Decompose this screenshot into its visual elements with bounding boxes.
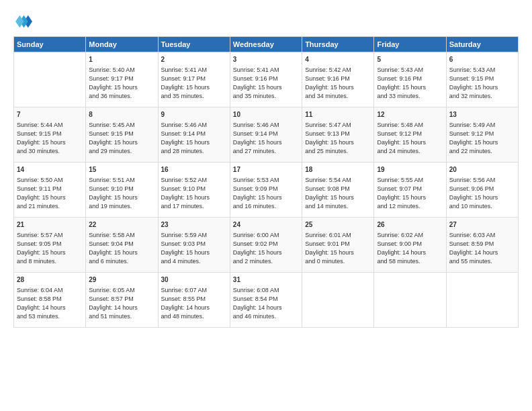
calendar-header-row: SundayMondayTuesdayWednesdayThursdayFrid… [14,37,519,52]
day-number: 4 [305,55,371,64]
day-info: Sunrise: 6:05 AM Sunset: 8:57 PM Dayligh… [89,286,154,321]
day-info: Sunrise: 6:03 AM Sunset: 8:59 PM Dayligh… [449,231,515,266]
week-row-3: 14Sunrise: 5:50 AM Sunset: 9:11 PM Dayli… [14,163,519,218]
day-number: 11 [305,110,371,120]
col-header-sunday: Sunday [14,37,86,52]
day-info: Sunrise: 5:41 AM Sunset: 9:16 PM Dayligh… [233,66,299,101]
calendar-cell: 17Sunrise: 5:53 AM Sunset: 9:09 PM Dayli… [230,163,302,218]
day-number: 19 [377,165,443,175]
day-info: Sunrise: 5:50 AM Sunset: 9:11 PM Dayligh… [17,176,83,211]
day-info: Sunrise: 5:44 AM Sunset: 9:15 PM Dayligh… [17,121,83,156]
day-number: 3 [233,55,299,64]
day-info: Sunrise: 5:57 AM Sunset: 9:05 PM Dayligh… [17,231,83,266]
calendar-cell: 20Sunrise: 5:56 AM Sunset: 9:06 PM Dayli… [446,163,518,218]
calendar-cell: 3Sunrise: 5:41 AM Sunset: 9:16 PM Daylig… [230,52,302,107]
calendar-cell: 9Sunrise: 5:46 AM Sunset: 9:14 PM Daylig… [158,107,230,163]
calendar-cell: 23Sunrise: 5:59 AM Sunset: 9:03 PM Dayli… [158,218,230,273]
day-number: 17 [233,165,299,175]
day-number: 12 [377,110,443,120]
day-number: 23 [161,220,227,230]
day-info: Sunrise: 5:55 AM Sunset: 9:07 PM Dayligh… [377,176,443,211]
week-row-5: 28Sunrise: 6:04 AM Sunset: 8:58 PM Dayli… [14,273,519,328]
day-number: 26 [377,220,443,230]
day-number: 28 [17,275,83,285]
calendar-cell: 22Sunrise: 5:58 AM Sunset: 9:04 PM Dayli… [86,218,158,273]
day-info: Sunrise: 5:58 AM Sunset: 9:04 PM Dayligh… [89,231,154,266]
day-info: Sunrise: 5:46 AM Sunset: 9:14 PM Dayligh… [161,121,227,156]
day-info: Sunrise: 5:53 AM Sunset: 9:09 PM Dayligh… [233,176,299,211]
calendar-cell: 11Sunrise: 5:47 AM Sunset: 9:13 PM Dayli… [302,107,374,163]
week-row-1: 1Sunrise: 5:40 AM Sunset: 9:17 PM Daylig… [14,52,519,107]
calendar-cell: 8Sunrise: 5:45 AM Sunset: 9:15 PM Daylig… [86,107,158,163]
calendar-cell: 30Sunrise: 6:07 AM Sunset: 8:55 PM Dayli… [158,273,230,328]
calendar-cell: 12Sunrise: 5:48 AM Sunset: 9:12 PM Dayli… [374,107,446,163]
day-info: Sunrise: 6:07 AM Sunset: 8:55 PM Dayligh… [161,286,227,321]
day-number: 20 [449,165,515,175]
day-number: 7 [17,110,83,120]
col-header-thursday: Thursday [302,37,374,52]
day-number: 8 [89,110,154,120]
day-info: Sunrise: 5:51 AM Sunset: 9:10 PM Dayligh… [89,176,154,211]
day-info: Sunrise: 5:45 AM Sunset: 9:15 PM Dayligh… [89,121,154,156]
calendar-cell: 29Sunrise: 6:05 AM Sunset: 8:57 PM Dayli… [86,273,158,328]
day-number: 30 [161,275,227,285]
calendar-cell [14,52,86,107]
day-number: 16 [161,165,227,175]
day-number: 21 [17,220,83,230]
calendar-cell: 15Sunrise: 5:51 AM Sunset: 9:10 PM Dayli… [86,163,158,218]
day-info: Sunrise: 5:49 AM Sunset: 9:12 PM Dayligh… [449,121,515,156]
day-number: 25 [305,220,371,230]
day-number: 31 [233,275,299,285]
week-row-2: 7Sunrise: 5:44 AM Sunset: 9:15 PM Daylig… [14,107,519,163]
day-number: 14 [17,165,83,175]
calendar-cell: 7Sunrise: 5:44 AM Sunset: 9:15 PM Daylig… [14,107,86,163]
day-info: Sunrise: 6:02 AM Sunset: 9:00 PM Dayligh… [377,231,443,266]
calendar-cell: 2Sunrise: 5:41 AM Sunset: 9:17 PM Daylig… [158,52,230,107]
calendar-cell: 5Sunrise: 5:43 AM Sunset: 9:16 PM Daylig… [374,52,446,107]
day-info: Sunrise: 5:43 AM Sunset: 9:16 PM Dayligh… [377,66,443,101]
calendar-cell: 24Sunrise: 6:00 AM Sunset: 9:02 PM Dayli… [230,218,302,273]
page: SundayMondayTuesdayWednesdayThursdayFrid… [0,0,532,411]
calendar-cell: 27Sunrise: 6:03 AM Sunset: 8:59 PM Dayli… [446,218,518,273]
day-info: Sunrise: 6:00 AM Sunset: 9:02 PM Dayligh… [233,231,299,266]
col-header-wednesday: Wednesday [230,37,302,52]
col-header-monday: Monday [86,37,158,52]
day-info: Sunrise: 5:56 AM Sunset: 9:06 PM Dayligh… [449,176,515,211]
day-info: Sunrise: 5:52 AM Sunset: 9:10 PM Dayligh… [161,176,227,211]
logo [13,12,35,31]
calendar-cell: 18Sunrise: 5:54 AM Sunset: 9:08 PM Dayli… [302,163,374,218]
calendar-cell: 6Sunrise: 5:43 AM Sunset: 9:15 PM Daylig… [446,52,518,107]
day-info: Sunrise: 5:54 AM Sunset: 9:08 PM Dayligh… [305,176,371,211]
day-number: 18 [305,165,371,175]
calendar-cell: 31Sunrise: 6:08 AM Sunset: 8:54 PM Dayli… [230,273,302,328]
calendar-cell: 16Sunrise: 5:52 AM Sunset: 9:10 PM Dayli… [158,163,230,218]
logo-icon [13,12,32,31]
header [13,12,519,31]
day-number: 10 [233,110,299,120]
day-number: 2 [161,55,227,64]
day-number: 9 [161,110,227,120]
calendar-cell: 1Sunrise: 5:40 AM Sunset: 9:17 PM Daylig… [86,52,158,107]
day-info: Sunrise: 5:41 AM Sunset: 9:17 PM Dayligh… [161,66,227,101]
day-number: 5 [377,55,443,64]
day-number: 15 [89,165,154,175]
calendar-cell [374,273,446,328]
day-number: 27 [449,220,515,230]
day-info: Sunrise: 5:42 AM Sunset: 9:16 PM Dayligh… [305,66,371,101]
day-number: 6 [449,55,515,64]
calendar-cell: 10Sunrise: 5:46 AM Sunset: 9:14 PM Dayli… [230,107,302,163]
col-header-tuesday: Tuesday [158,37,230,52]
day-info: Sunrise: 5:40 AM Sunset: 9:17 PM Dayligh… [89,66,154,101]
day-info: Sunrise: 5:46 AM Sunset: 9:14 PM Dayligh… [233,121,299,156]
day-info: Sunrise: 5:59 AM Sunset: 9:03 PM Dayligh… [161,231,227,266]
day-info: Sunrise: 6:08 AM Sunset: 8:54 PM Dayligh… [233,286,299,321]
col-header-friday: Friday [374,37,446,52]
col-header-saturday: Saturday [446,37,518,52]
day-number: 22 [89,220,154,230]
day-info: Sunrise: 6:04 AM Sunset: 8:58 PM Dayligh… [17,286,83,321]
day-info: Sunrise: 5:48 AM Sunset: 9:12 PM Dayligh… [377,121,443,156]
day-number: 29 [89,275,154,285]
day-number: 24 [233,220,299,230]
calendar-cell [302,273,374,328]
day-info: Sunrise: 5:43 AM Sunset: 9:15 PM Dayligh… [449,66,515,101]
